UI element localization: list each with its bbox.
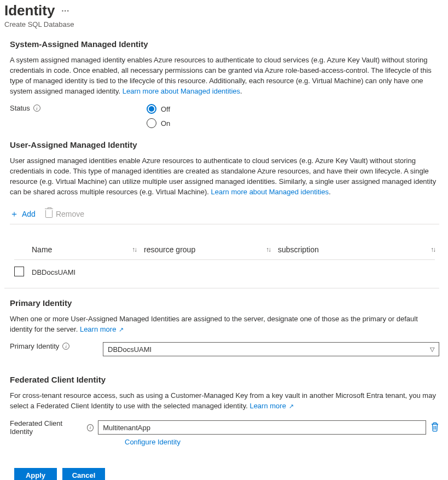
row-checkbox[interactable] (14, 267, 24, 276)
primary-description: When one or more User-Assigned Managed I… (10, 314, 439, 335)
uami-toolbar: ＋ Add Remove (10, 205, 439, 224)
remove-button: Remove (45, 210, 84, 218)
fci-heading: Federated Client Identity (10, 375, 439, 384)
col-header-resource-group[interactable]: resource group ↑↓ (144, 245, 278, 254)
apply-button[interactable]: Apply (14, 468, 57, 480)
info-icon[interactable]: i (87, 424, 94, 431)
radio-icon (147, 104, 156, 114)
cancel-button[interactable]: Cancel (62, 468, 105, 480)
add-button[interactable]: ＋ Add (10, 210, 36, 218)
page-title: Identity ··· (4, 2, 439, 19)
radio-icon (147, 118, 156, 128)
sami-status-radio-group: Off On (147, 104, 439, 128)
sort-icon: ↑↓ (266, 246, 270, 253)
info-icon[interactable]: i (62, 343, 69, 350)
primary-identity-label: Primary Identity (10, 342, 59, 350)
primary-identity-select[interactable]: DBDocsUAMI ▽ (103, 342, 439, 356)
row-name: DBDocsUAMI (32, 268, 144, 276)
info-icon[interactable]: i (33, 105, 40, 112)
fci-input[interactable] (98, 420, 426, 435)
fci-learn-more-link[interactable]: Learn more ↗ (249, 402, 294, 410)
sami-learn-more-link[interactable]: Learn more about Managed identities (123, 87, 240, 95)
trash-icon (430, 422, 439, 432)
sami-heading: System-Assigned Managed Identity (10, 39, 439, 49)
sort-icon: ↑↓ (430, 246, 435, 253)
chevron-down-icon: ▽ (430, 346, 434, 353)
uami-learn-more-link[interactable]: Learn more about Managed identities (211, 188, 329, 196)
sami-radio-off[interactable]: Off (147, 104, 439, 114)
uami-heading: User-Assigned Managed Identity (10, 140, 439, 149)
primary-desc-text: When one or more User-Assigned Managed I… (10, 315, 418, 333)
page-subtitle: Create SQL Database (4, 20, 439, 28)
sami-status-label: Status (10, 104, 30, 112)
trash-icon (45, 210, 53, 218)
col-header-subscription[interactable]: subscription ↑↓ (278, 245, 435, 254)
primary-heading: Primary Identity (10, 298, 439, 308)
more-icon[interactable]: ··· (61, 7, 69, 15)
sami-radio-on[interactable]: On (147, 118, 439, 128)
plus-icon: ＋ (10, 210, 19, 218)
configure-identity-link[interactable]: Configure Identity (125, 438, 181, 446)
fci-desc-text: For cross-tenant resource access, such a… (10, 391, 436, 410)
fci-label: Federated Client Identity (10, 419, 84, 436)
delete-button[interactable] (430, 422, 439, 433)
uami-description: User assigned managed identities enable … (10, 156, 439, 197)
col-header-name[interactable]: Name ↑↓ (32, 245, 144, 254)
table-row[interactable]: DBDocsUAMI (14, 260, 435, 285)
page-title-text: Identity (4, 2, 55, 19)
divider (4, 288, 439, 288)
fci-description: For cross-tenant resource access, such a… (10, 391, 439, 412)
external-link-icon: ↗ (117, 326, 124, 333)
uami-table: Name ↑↓ resource group ↑↓ subscription ↑… (14, 241, 435, 285)
primary-learn-more-link[interactable]: Learn more ↗ (80, 325, 124, 333)
sami-description: A system assigned managed identity enabl… (10, 55, 439, 96)
sort-icon: ↑↓ (132, 246, 136, 253)
external-link-icon: ↗ (287, 403, 294, 409)
